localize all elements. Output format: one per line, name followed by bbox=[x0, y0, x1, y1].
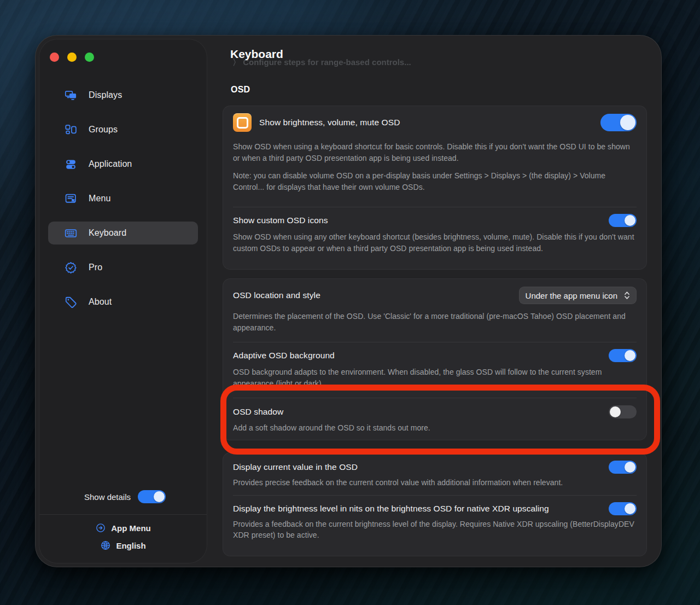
sidebar-item-label: Groups bbox=[89, 125, 118, 135]
adaptive-background-toggle[interactable] bbox=[609, 349, 637, 362]
setting-description: Show OSD when using a keyboard shortcut … bbox=[233, 141, 637, 164]
toggle-knob bbox=[154, 491, 165, 502]
zoom-button[interactable] bbox=[85, 53, 94, 62]
setting-description: Provides a feedback on the current brigh… bbox=[233, 519, 637, 541]
app-menu-button[interactable]: App Menu bbox=[95, 522, 151, 533]
dropdown-value: Under the app menu icon bbox=[526, 291, 617, 300]
setting-description: OSD background adapts to the environment… bbox=[233, 367, 619, 389]
toggle-knob bbox=[620, 115, 635, 130]
show-details-row: Show details bbox=[39, 490, 207, 503]
sidebar-item-menu[interactable]: Menu bbox=[48, 187, 198, 210]
app-menu-label: App Menu bbox=[111, 523, 151, 533]
toggle-knob bbox=[625, 215, 635, 226]
osd-app-icon bbox=[233, 113, 252, 132]
display-current-value-toggle[interactable] bbox=[609, 461, 637, 474]
setting-title: OSD location and style bbox=[233, 289, 320, 301]
sidebar-item-label: Menu bbox=[89, 194, 110, 203]
osd-app-icon-inner bbox=[237, 117, 248, 129]
setting-note: Note: you can disable volume OSD on a pe… bbox=[233, 170, 637, 193]
show-basic-osd-toggle[interactable] bbox=[600, 114, 637, 131]
divider bbox=[233, 207, 637, 207]
show-custom-icons-toggle[interactable] bbox=[609, 214, 637, 227]
globe-icon bbox=[100, 540, 111, 551]
sidebar-item-about[interactable]: About bbox=[48, 290, 198, 313]
osd-location-dropdown[interactable]: Under the app menu icon bbox=[519, 287, 637, 304]
setting-title: Show brightness, volume, mute OSD bbox=[259, 117, 400, 129]
sidebar-item-application[interactable]: Application bbox=[48, 153, 198, 176]
setting-title: Display current value in the OSD bbox=[233, 461, 358, 473]
setting-title: Adaptive OSD background bbox=[233, 350, 335, 362]
sidebar-item-pro[interactable]: Pro bbox=[48, 256, 198, 279]
keyboard-icon bbox=[63, 226, 78, 240]
sidebar-item-keyboard[interactable]: Keyboard bbox=[48, 222, 198, 245]
sidebar-item-label: Pro bbox=[89, 263, 102, 272]
card-osd-appearance: OSD location and style Under the app men… bbox=[223, 278, 647, 440]
page-title: Keyboard bbox=[230, 48, 283, 61]
toggle-knob bbox=[625, 350, 635, 361]
setting-title: Display the brightness level in nits on … bbox=[233, 503, 549, 515]
main-content: 〉 Configure steps for range-based contro… bbox=[223, 36, 647, 568]
setting-title: OSD shadow bbox=[233, 406, 283, 418]
setting-description: Add a soft shadow around the OSD so it s… bbox=[233, 422, 637, 434]
osd-shadow-toggle[interactable] bbox=[609, 405, 637, 418]
pro-icon bbox=[63, 260, 78, 275]
setting-description: Provides precise feedback on the current… bbox=[233, 477, 637, 488]
toggle-knob bbox=[625, 462, 635, 473]
close-button[interactable] bbox=[50, 53, 59, 62]
sidebar-footer: Show details App Menu English bbox=[39, 490, 207, 563]
divider bbox=[233, 342, 637, 342]
setting-description: Determines the placement of the OSD. Use… bbox=[233, 311, 637, 333]
divider bbox=[233, 495, 637, 496]
brightness-nits-toggle[interactable] bbox=[609, 502, 637, 515]
show-details-toggle[interactable] bbox=[138, 490, 166, 503]
sidebar: Displays Groups Application Menu bbox=[39, 39, 207, 563]
show-details-label: Show details bbox=[84, 492, 131, 502]
about-icon bbox=[63, 295, 78, 309]
setting-title: Show custom OSD icons bbox=[233, 214, 328, 226]
minimize-button[interactable] bbox=[67, 53, 77, 62]
chevron-up-down-icon bbox=[624, 291, 630, 300]
sidebar-item-label: Keyboard bbox=[89, 228, 126, 238]
language-label: English bbox=[116, 541, 145, 550]
section-label-osd: OSD bbox=[231, 85, 250, 95]
setting-description: Show OSD when using any other keyboard s… bbox=[233, 231, 637, 254]
sidebar-item-label: Application bbox=[89, 159, 132, 169]
sidebar-item-label: About bbox=[89, 297, 112, 307]
language-button[interactable]: English bbox=[100, 540, 145, 551]
sidebar-item-groups[interactable]: Groups bbox=[48, 118, 198, 141]
divider bbox=[233, 398, 637, 398]
card-osd-values: Display current value in the OSD Provide… bbox=[223, 452, 647, 556]
sidebar-nav: Displays Groups Application Menu bbox=[39, 84, 207, 313]
displays-icon bbox=[63, 88, 78, 102]
toggle-knob bbox=[625, 503, 635, 514]
toggle-knob bbox=[610, 406, 621, 417]
sidebar-item-label: Displays bbox=[89, 90, 122, 100]
sidebar-item-displays[interactable]: Displays bbox=[48, 84, 198, 107]
settings-window: Displays Groups Application Menu bbox=[35, 35, 662, 567]
groups-icon bbox=[63, 123, 78, 137]
traffic-lights bbox=[50, 53, 94, 62]
arrow-circle-icon bbox=[95, 522, 106, 533]
card-osd-basic: Show brightness, volume, mute OSD Show O… bbox=[223, 106, 647, 270]
menu-icon bbox=[63, 191, 78, 206]
application-icon bbox=[63, 157, 78, 171]
